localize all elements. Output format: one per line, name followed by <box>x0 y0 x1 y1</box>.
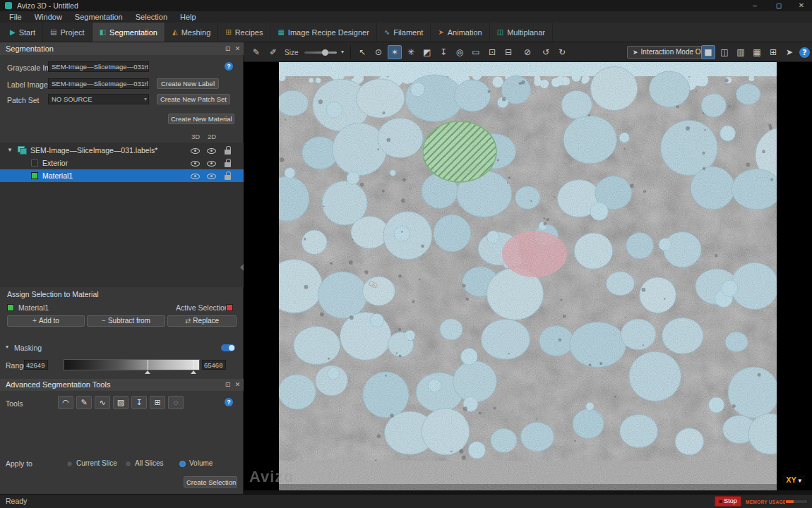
grayscale-image-select[interactable]: SEM-Image—SliceImage—031.tif* <box>48 61 149 72</box>
stop-button[interactable]: Stop <box>715 496 741 507</box>
target-tool-button[interactable]: ◎ <box>453 45 467 59</box>
brush-tool-button[interactable]: ◠ <box>58 396 73 409</box>
close-panel-icon[interactable] <box>233 44 242 54</box>
pick-tool-button[interactable]: ↧ <box>131 396 147 409</box>
radio-label[interactable]: Current Slice <box>76 459 117 467</box>
create-new-label-button[interactable]: Create New Label <box>157 78 219 89</box>
wand-select-tool-button[interactable]: ✳ <box>404 45 418 59</box>
brush-tool-button[interactable]: ✎ <box>249 45 263 59</box>
tree-row-exterior[interactable]: Exterior <box>0 157 244 169</box>
create-new-patch-set-button[interactable]: Create New Patch Set <box>157 94 230 104</box>
dual-view-button[interactable]: ◫ <box>717 45 732 59</box>
range-min-handle[interactable] <box>148 360 148 370</box>
create-new-material-button[interactable]: Create New Material <box>168 114 234 124</box>
single-view-button[interactable]: ■ <box>701 45 715 59</box>
brush-size-slider[interactable] <box>304 52 337 54</box>
masking-collapse-icon[interactable] <box>6 344 8 350</box>
tab-animation[interactable]: ➤Animation <box>431 23 489 42</box>
close-icon[interactable] <box>794 0 809 11</box>
tree-row-labels[interactable]: SEM-Image—SliceImage—031.labels* <box>0 144 244 157</box>
visibility-2d-icon[interactable] <box>207 159 216 168</box>
tab-multiplanar[interactable]: ◫Multiplanar <box>490 23 553 42</box>
pointer-tool-button[interactable]: ↖ <box>355 45 369 59</box>
redo-icon[interactable]: ↻ <box>555 45 569 59</box>
visibility-3d-icon[interactable] <box>191 171 200 181</box>
float-panel-icon[interactable] <box>223 44 232 54</box>
tab-filament[interactable]: ∿Filament <box>377 23 431 42</box>
visibility-3d-icon[interactable] <box>191 146 200 155</box>
column-2d-header: 2D <box>208 131 216 142</box>
menu-selection[interactable]: Selection <box>129 11 174 23</box>
pick-tool-button[interactable]: ⊙ <box>371 45 386 59</box>
create-selection-button[interactable]: Create Selection <box>184 476 237 488</box>
undo-icon[interactable]: ↺ <box>539 45 553 59</box>
lasso-tool-button[interactable]: ✎ <box>76 396 92 409</box>
visibility-2d-icon[interactable] <box>207 171 216 181</box>
float-panel-icon[interactable] <box>223 380 232 389</box>
menu-window[interactable]: Window <box>28 11 68 23</box>
magic-wand-tool-button[interactable]: ✶ <box>388 45 402 59</box>
label-image-select[interactable]: SEM-Image—SliceImage—031.labe <box>48 78 149 89</box>
axis-orientation-badge[interactable]: XY <box>782 475 805 485</box>
menu-segmentation[interactable]: Segmentation <box>68 11 129 23</box>
range-max-input[interactable] <box>202 360 226 370</box>
layout-view-button[interactable]: ⊞ <box>766 45 780 59</box>
help-icon[interactable]: ? <box>799 47 810 58</box>
interaction-mode-button[interactable]: ➤Interaction Mode On <box>627 46 710 59</box>
tab-start[interactable]: ▶Start <box>3 23 43 42</box>
threshold-tool-button[interactable]: ▨ <box>113 396 129 409</box>
add-to-button[interactable]: +Add to <box>7 315 85 327</box>
range-max-handle[interactable] <box>193 360 194 370</box>
radio-current-slice[interactable] <box>66 461 73 467</box>
viewport[interactable]: Avizo XY <box>244 62 812 490</box>
lock-icon[interactable] <box>224 146 232 155</box>
pointer-menu-button[interactable]: ➤ <box>782 45 796 59</box>
radio-label[interactable]: All Slices <box>135 459 164 467</box>
memory-usage-gauge <box>785 500 808 504</box>
material1-color-swatch <box>7 304 14 311</box>
replace-button[interactable]: ⇄Replace <box>167 315 237 327</box>
recipes-icon: ⊞ <box>225 28 231 36</box>
rect-select-tool-button[interactable]: ▭ <box>469 45 483 59</box>
visibility-2d-icon[interactable] <box>207 146 216 155</box>
lock-icon[interactable] <box>224 159 232 168</box>
paintbrush-tool-button[interactable]: ✐ <box>266 45 280 59</box>
minimize-icon[interactable] <box>747 0 763 11</box>
subtract-from-button[interactable]: −Subtract from <box>87 315 165 327</box>
multiplanar-icon: ◫ <box>497 28 503 36</box>
tab-recipes[interactable]: ⊞Recipes <box>218 23 270 42</box>
fill-tool-button[interactable]: ◩ <box>420 45 434 59</box>
masking-histogram-slider[interactable] <box>64 359 200 370</box>
close-panel-icon[interactable] <box>233 380 242 389</box>
size-dropdown-icon[interactable] <box>341 49 344 55</box>
patch-set-select[interactable]: NO SOURCE <box>48 94 149 104</box>
row-view-button[interactable]: ▥ <box>734 45 748 59</box>
crop-tool-button[interactable]: ⊡ <box>485 45 499 59</box>
pick-down-tool-button[interactable]: ↧ <box>436 45 450 59</box>
tab-image-recipe-designer[interactable]: ▦Image Recipe Designer <box>270 23 376 42</box>
menu-help[interactable]: Help <box>174 11 203 23</box>
subtract-tool-button[interactable]: ⊟ <box>501 45 515 59</box>
info-icon[interactable] <box>225 62 233 71</box>
maximize-icon[interactable] <box>771 0 787 11</box>
sem-image-canvas[interactable] <box>279 62 777 490</box>
tab-segmentation[interactable]: ◧Segmentation <box>92 23 165 42</box>
delete-tool-button[interactable]: ⊘ <box>520 45 535 59</box>
tree-row-material1[interactable]: Material1 <box>0 169 244 182</box>
visibility-3d-icon[interactable] <box>191 159 200 168</box>
grid-view-button[interactable]: ▦ <box>750 45 764 59</box>
expand-icon[interactable] <box>7 144 13 157</box>
range-min-input[interactable] <box>24 360 48 370</box>
radio-all-slices[interactable] <box>125 461 131 467</box>
masking-toggle[interactable] <box>221 344 235 351</box>
menu-file[interactable]: File <box>3 11 28 23</box>
selection-tool-button[interactable]: ◌ <box>168 396 184 409</box>
tab-meshing[interactable]: ◭Meshing <box>165 23 218 42</box>
info-icon[interactable] <box>225 398 233 406</box>
tab-project[interactable]: ▤Project <box>43 23 92 42</box>
radio-volume[interactable] <box>179 461 186 467</box>
contour-tool-button[interactable]: ∿ <box>95 396 110 409</box>
lock-icon[interactable] <box>224 171 232 181</box>
watershed-tool-button[interactable]: ⊞ <box>150 396 165 409</box>
radio-label[interactable]: Volume <box>189 459 213 467</box>
